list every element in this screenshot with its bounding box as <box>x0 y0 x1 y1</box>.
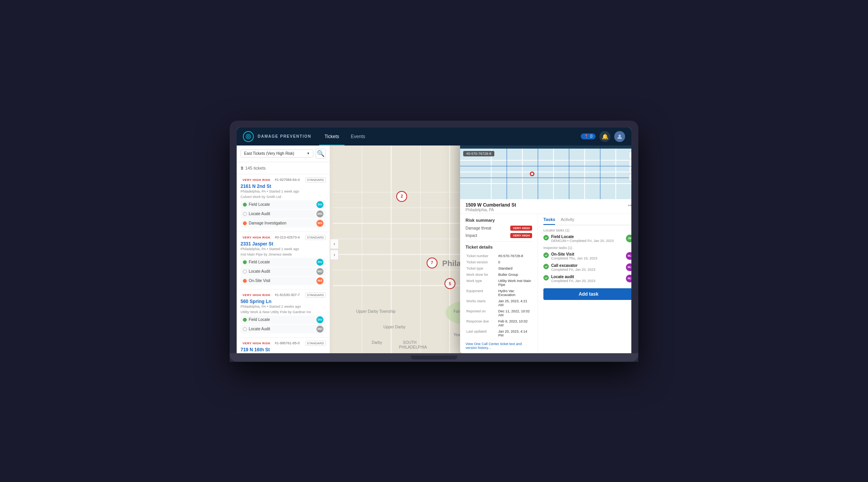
notification-icon[interactable]: 🔔 <box>599 131 610 142</box>
table-value: Utility Work Inst Main Pipe <box>498 278 531 287</box>
svg-point-58 <box>531 173 533 175</box>
task-label: Locate Audit <box>249 327 270 331</box>
table-row: Work type Utility Work Inst Main Pipe <box>466 278 531 287</box>
ticket-item[interactable]: VERY HIGH RISK #1-927084-64-4 STANDARD 2… <box>237 174 330 232</box>
ticket-item[interactable]: VERY HIGH RISK #1-995761-85-0 STANDARD 7… <box>237 338 330 353</box>
task-assignee-avatar: MS <box>316 277 323 284</box>
collapse-left-button[interactable]: ‹ <box>330 239 339 249</box>
ticket-tasks: Field Locate DU Locate Audit MD <box>241 315 326 333</box>
divider <box>466 241 532 242</box>
svg-text:PHILADELPHIA: PHILADELPHIA <box>399 345 427 349</box>
detail-nav-tab-tickets[interactable]: Tickets <box>561 145 580 149</box>
task-sub: Completed Thu, Jan 19, 2023 <box>551 256 597 260</box>
task-assignee-avatar: MD <box>316 268 323 275</box>
detail-right-panel: Tasks Activity Locator tasks (1) <box>538 214 631 353</box>
task-item: Call excavator Completed Fri, Jan 20, 20… <box>543 263 631 272</box>
table-row: Reported on Dec 11, 2022, 10:02 AM <box>466 308 531 318</box>
map-zoom-in-button[interactable]: + <box>629 152 631 159</box>
ticket-id: #1-927084-64-4 <box>275 178 300 182</box>
ticket-meta: VERY HIGH RISK #1-927084-64-4 STANDARD <box>241 177 326 182</box>
table-value: Dec 11, 2022, 10:02 AM <box>498 308 531 318</box>
table-row: Works starts Jan 25, 2023, 4:21 AM <box>466 298 531 308</box>
task-name: Call excavator <box>551 263 596 268</box>
task-row: Locate Audit MD <box>241 325 326 333</box>
table-label: Last updated <box>466 329 497 338</box>
ticket-item[interactable]: VERY HIGH RISK #0-213-42573-4 STANDARD 2… <box>237 232 330 289</box>
ticket-description: Utility Work & New Utility Pole by Gardn… <box>241 310 326 314</box>
impact-label: Impact <box>466 233 477 238</box>
damage-threat-row: Damage threat VERY HIGH <box>466 226 532 231</box>
table-row: Ticket number #0-570-76728-8 <box>466 253 531 259</box>
filter-icon: ⧖ <box>241 165 244 170</box>
task-label: Field Locate <box>249 202 270 207</box>
ticket-details-table: Ticket number #0-570-76728-8 Ticket vers… <box>466 252 532 339</box>
ticket-list: VERY HIGH RISK #1-927084-64-4 STANDARD 2… <box>237 174 330 353</box>
task-assignee-avatar: MD <box>316 210 323 217</box>
add-task-button[interactable]: Add task <box>543 288 631 300</box>
map-area[interactable]: Philadelphia Ambler Willow Grove Bryn At… <box>330 145 631 353</box>
ticket-address: 560 Spring Ln <box>241 299 326 304</box>
task-assignee-avatar: DU <box>316 316 323 323</box>
nav-tab-events[interactable]: Events <box>345 128 371 145</box>
table-label: Ticket number <box>466 253 497 259</box>
tab-tasks[interactable]: Tasks <box>543 217 555 225</box>
task-row: On-Site Visit MS <box>241 277 326 285</box>
map-layers-button[interactable]: ⊞ <box>629 167 631 174</box>
map-compass-button[interactable]: ⊕ <box>629 174 631 181</box>
risk-badge: VERY HIGH RISK <box>241 293 272 297</box>
risk-summary-title: Risk summary <box>466 218 532 223</box>
task-assignee-avatar: MS <box>316 220 323 227</box>
table-label: Equipment <box>466 288 497 298</box>
task-item: Field Locate DEMOJM • Completed Fri, Jan… <box>543 235 631 243</box>
tab-activity[interactable]: Activity <box>561 217 574 225</box>
nav-tab-tickets[interactable]: Tickets <box>319 128 345 145</box>
filter-dropdown[interactable]: East Tickets (Very High Risk) ▼ <box>241 149 313 158</box>
task-sub: Completed Fri, Jan 20, 2023 <box>551 279 596 283</box>
ticket-description: Inst Main Pipe by Jimenez-steele <box>241 252 326 256</box>
inspector-tasks-label: Inspector tasks (1) <box>543 246 631 250</box>
more-options-button[interactable]: ••• <box>628 202 631 209</box>
nav-right: 📍 0 🔔 <box>581 131 625 142</box>
task-status-dot <box>243 270 247 273</box>
task-sub: Completed Fri, Jan 20, 2023 <box>551 268 596 272</box>
app-container: DAMAGE PREVENTION Tickets Events 📍 0 🔔 <box>237 128 631 353</box>
task-complete-icon <box>543 235 549 240</box>
task-row: Field Locate DU <box>241 258 326 266</box>
task-complete-icon <box>543 252 549 258</box>
map-zoom-out-button[interactable]: − <box>629 159 631 166</box>
search-button[interactable]: 🔍 <box>316 149 326 159</box>
table-row: Last updated Jan 20, 2023, 4:14 PM <box>466 329 531 338</box>
impact-value: VERY HIGH <box>510 233 532 238</box>
laptop-notch <box>411 356 457 359</box>
map-cluster[interactable]: 7 <box>427 258 438 268</box>
task-status-dot <box>243 221 247 225</box>
user-avatar[interactable] <box>614 131 625 142</box>
detail-tabs: Tasks Activity <box>543 217 631 225</box>
ticket-tasks: Field Locate DU Locate Audit MD <box>241 200 326 228</box>
task-label: Locate Audit <box>249 212 270 216</box>
laptop-frame: DAMAGE PREVENTION Tickets Events 📍 0 🔔 <box>230 121 638 362</box>
table-label: Response due <box>466 319 497 328</box>
task-label: On-Site Visit <box>249 279 270 283</box>
ticket-details-title: Ticket details <box>466 245 532 249</box>
table-row: Response due Feb 9, 2023, 10:02 AM <box>466 319 531 328</box>
task-avatar: MJ <box>626 275 631 282</box>
view-call-center-link[interactable]: View One Call Center ticket text and ver… <box>466 342 532 350</box>
svg-text:Darby: Darby <box>372 340 382 345</box>
task-name: Field Locate <box>551 235 614 239</box>
table-label: Ticket type <box>466 266 497 271</box>
risk-badge: VERY HIGH RISK <box>241 178 272 182</box>
ticket-location: Philadelphia, PA • Started 1 week ago <box>241 247 326 251</box>
expand-right-button[interactable]: › <box>330 250 339 260</box>
ticket-type: STANDARD <box>305 177 326 182</box>
map-toggle: ‹ › <box>330 239 339 260</box>
task-avatar: JM <box>626 235 631 242</box>
nav-location-badge[interactable]: 📍 0 <box>581 133 596 139</box>
task-row: Locate Audit MD <box>241 267 326 276</box>
ticket-item[interactable]: VERY HIGH RISK #1-81530-307-7 STANDARD 5… <box>237 289 330 338</box>
task-complete-icon <box>543 275 549 280</box>
table-row: Work done for Butler Group <box>466 272 531 277</box>
ticket-id: #0-213-42573-4 <box>275 235 300 239</box>
detail-left-panel: Risk summary Damage threat VERY HIGH Imp… <box>460 214 538 353</box>
detail-nav-tab-events[interactable]: Events <box>581 145 601 149</box>
